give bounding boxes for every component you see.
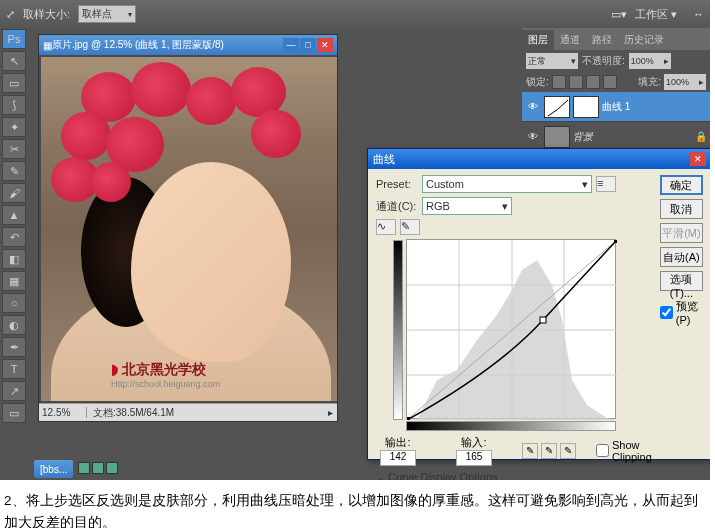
smooth-button[interactable]: 平滑(M) xyxy=(660,223,703,243)
ok-button[interactable]: 确定 xyxy=(660,175,703,195)
tab-channels[interactable]: 通道 xyxy=(554,30,586,50)
black-point-eyedropper[interactable]: ✎ xyxy=(522,443,538,459)
preset-select[interactable]: Custom▾ xyxy=(422,175,592,193)
layer-name: 背景 xyxy=(573,130,593,144)
sample-size-label: 取样大小: xyxy=(23,7,70,22)
arrange-buttons[interactable] xyxy=(77,460,119,478)
tab-paths[interactable]: 路径 xyxy=(586,30,618,50)
layer-thumbnail[interactable] xyxy=(544,96,570,118)
taskbar-doc-button[interactable]: [bbs... xyxy=(34,460,73,478)
layer-mask-thumbnail[interactable] xyxy=(573,96,599,118)
collapse-icon[interactable]: ↔ xyxy=(693,8,704,20)
minimize-button[interactable]: — xyxy=(283,38,299,52)
output-field[interactable]: 142 xyxy=(380,450,416,466)
preset-label: Preset: xyxy=(376,178,418,190)
visibility-icon[interactable]: 👁 xyxy=(525,130,541,144)
tab-history[interactable]: 历史记录 xyxy=(618,30,670,50)
move-tool[interactable]: ↖ xyxy=(2,51,26,71)
input-gradient xyxy=(406,421,616,431)
close-button[interactable]: ✕ xyxy=(317,38,333,52)
blur-tool[interactable]: ○ xyxy=(2,293,26,313)
lock-position-icon[interactable] xyxy=(586,75,600,89)
panel-tabs: 图层 通道 路径 历史记录 xyxy=(522,28,710,50)
eraser-tool[interactable]: ◧ xyxy=(2,249,26,269)
lasso-tool[interactable]: ⟆ xyxy=(2,95,26,115)
output-gradient xyxy=(393,240,403,420)
preset-menu-icon[interactable]: ≡ xyxy=(596,176,616,192)
layer-row[interactable]: 👁 曲线 1 xyxy=(522,92,710,122)
eyedropper-icon: ⤢ xyxy=(6,8,15,21)
pencil-tool-icon[interactable]: ✎ xyxy=(400,219,420,235)
input-field[interactable]: 165 xyxy=(456,450,492,466)
history-brush-tool[interactable]: ↶ xyxy=(2,227,26,247)
lock-icon: 🔒 xyxy=(695,131,707,142)
chevron-icon: ⌄ xyxy=(376,471,385,480)
lock-all-icon[interactable] xyxy=(603,75,617,89)
curve-tool-icon[interactable]: ∿ xyxy=(376,219,396,235)
doc-icon: ▦ xyxy=(43,40,52,51)
channel-label: 通道(C): xyxy=(376,199,418,214)
lock-pixels-icon[interactable] xyxy=(569,75,583,89)
tools-panel: Ps ↖ ▭ ⟆ ✦ ✂ ✎ 🖌 ▲ ↶ ◧ ▦ ○ ◐ ✒ T ↗ ▭ xyxy=(0,28,28,428)
opacity-field[interactable]: 100%▸ xyxy=(629,53,671,69)
status-menu-icon[interactable]: ▸ xyxy=(324,407,337,418)
blend-mode-select[interactable]: 正常▾ xyxy=(526,53,578,69)
auto-button[interactable]: 自动(A) xyxy=(660,247,703,267)
options-button[interactable]: 选项(T)... xyxy=(660,271,703,291)
sample-size-dropdown[interactable]: 取样点▾ xyxy=(78,5,136,23)
marquee-tool[interactable]: ▭ xyxy=(2,73,26,93)
gradient-tool[interactable]: ▦ xyxy=(2,271,26,291)
options-bar: ⤢ 取样大小: 取样点▾ ▭▾ 工作区 ▾ ↔ xyxy=(0,0,710,28)
tab-layers[interactable]: 图层 xyxy=(522,30,554,50)
layer-thumbnail[interactable] xyxy=(544,126,570,148)
curves-dialog: 曲线 ✕ Preset: Custom▾ ≡ 通道(C): RGB▾ ∿ ✎ xyxy=(367,148,710,460)
ps-logo: Ps xyxy=(2,29,26,49)
screen-mode-icon[interactable]: ▭▾ xyxy=(611,8,627,21)
document-status-bar: 12.5% 文档:38.5M/64.1M ▸ xyxy=(39,403,337,421)
canvas[interactable]: ◗ 北京黑光学校 Http://school.heiguang.com xyxy=(41,57,337,401)
lock-transparent-icon[interactable] xyxy=(552,75,566,89)
document-window: ▦ 原片.jpg @ 12.5% (曲线 1, 图层蒙版/8) — □ ✕ xyxy=(38,34,338,422)
document-titlebar[interactable]: ▦ 原片.jpg @ 12.5% (曲线 1, 图层蒙版/8) — □ ✕ xyxy=(39,35,337,55)
eyedropper-tool[interactable]: ✎ xyxy=(2,161,26,181)
visibility-icon[interactable]: 👁 xyxy=(525,100,541,114)
dodge-tool[interactable]: ◐ xyxy=(2,315,26,335)
input-label: 输入: xyxy=(461,435,486,450)
fill-label: 填充: xyxy=(638,75,661,89)
cancel-button[interactable]: 取消 xyxy=(660,199,703,219)
brush-tool[interactable]: 🖌 xyxy=(2,183,26,203)
dialog-titlebar[interactable]: 曲线 ✕ xyxy=(368,149,710,169)
lock-label: 锁定: xyxy=(526,75,549,89)
shape-tool[interactable]: ▭ xyxy=(2,403,26,423)
output-label: 输出: xyxy=(385,435,410,450)
opacity-label: 不透明度: xyxy=(582,54,625,68)
path-tool[interactable]: ↗ xyxy=(2,381,26,401)
show-clipping-checkbox[interactable]: Show Clipping xyxy=(596,439,652,463)
workspace-menu[interactable]: 工作区 ▾ xyxy=(635,7,677,22)
document-title: 原片.jpg @ 12.5% (曲线 1, 图层蒙版/8) xyxy=(52,38,283,52)
curves-graph[interactable] xyxy=(406,239,616,419)
status-info: 文档:38.5M/64.1M xyxy=(87,406,180,420)
stamp-tool[interactable]: ▲ xyxy=(2,205,26,225)
watermark: ◗ 北京黑光学校 Http://school.heiguang.com xyxy=(111,361,220,389)
svg-rect-8 xyxy=(407,417,410,420)
gray-point-eyedropper[interactable]: ✎ xyxy=(541,443,557,459)
svg-rect-9 xyxy=(614,240,617,243)
svg-rect-7 xyxy=(540,317,546,323)
layer-name: 曲线 1 xyxy=(602,100,630,114)
fill-field[interactable]: 100%▸ xyxy=(664,74,706,90)
display-options-expander[interactable]: ⌄ Curve Display Options xyxy=(376,471,652,480)
taskbar: [bbs... xyxy=(34,458,119,480)
pen-tool[interactable]: ✒ xyxy=(2,337,26,357)
channel-select[interactable]: RGB▾ xyxy=(422,197,512,215)
tutorial-caption: 2、将上步选区反选则是皮肤部分，利用曲线压暗处理，以增加图像的厚重感。这样可避免… xyxy=(0,480,715,528)
crop-tool[interactable]: ✂ xyxy=(2,139,26,159)
close-button[interactable]: ✕ xyxy=(690,152,706,166)
white-point-eyedropper[interactable]: ✎ xyxy=(560,443,576,459)
type-tool[interactable]: T xyxy=(2,359,26,379)
wand-tool[interactable]: ✦ xyxy=(2,117,26,137)
maximize-button[interactable]: □ xyxy=(300,38,316,52)
preview-checkbox[interactable]: 预览(P) xyxy=(660,299,703,326)
layers-panel: 图层 通道 路径 历史记录 正常▾ 不透明度: 100%▸ 锁定: 填充: 10… xyxy=(522,28,710,152)
zoom-field[interactable]: 12.5% xyxy=(39,407,87,418)
